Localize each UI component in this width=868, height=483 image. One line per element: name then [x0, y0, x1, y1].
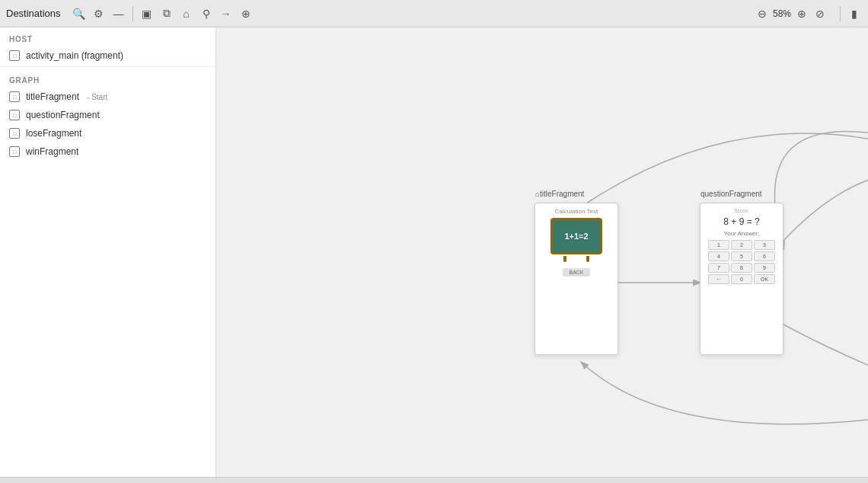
sidebar-divider [0, 66, 215, 67]
key-ok[interactable]: OK [754, 274, 775, 284]
key-5[interactable]: 5 [731, 251, 752, 261]
leg-left [563, 256, 566, 262]
graph-section-label: GRAPH [0, 69, 215, 88]
sidebar-item-winFragment[interactable]: □ winFragment [0, 142, 215, 161]
stop-icon[interactable]: ⊘ [812, 6, 828, 21]
fit-icon[interactable]: ⊕ [238, 6, 254, 21]
key-3[interactable]: 3 [754, 240, 775, 250]
question-fragment-node[interactable]: questionFragment Score: 8 + 9 = ? Your A… [700, 203, 783, 355]
toolbar-divider-2 [840, 6, 841, 21]
main-area: HOST □ activity_main (fragment) GRAPH □ … [0, 27, 868, 477]
equation-text: 8 + 9 = ? [705, 216, 778, 227]
key-7[interactable]: 7 [708, 263, 729, 273]
sidebar: HOST □ activity_main (fragment) GRAPH □ … [0, 27, 216, 477]
sidebar-item-loseFragment[interactable]: □ loseFragment [0, 124, 215, 142]
home-node-icon: ⌂ [535, 190, 540, 198]
minimize-icon[interactable]: — [111, 6, 126, 21]
question-fragment-icon: □ [9, 110, 20, 120]
question-node-label: questionFragment [700, 190, 762, 198]
sidebar-item-host[interactable]: □ activity_main (fragment) [0, 46, 215, 65]
question-fragment-label: questionFragment [26, 110, 100, 120]
sidebar-item-titleFragment[interactable]: □ titleFragment - Start [0, 88, 215, 106]
answer-label: Your Answer: [705, 230, 778, 237]
zoom-level: 58% [773, 8, 791, 19]
lose-fragment-label: loseFragment [26, 128, 81, 139]
title-node-label: ⌂titleFragment [535, 190, 584, 198]
toolbar-divider-1 [132, 6, 133, 21]
title-node-content: Calculation Test 1+1=2 BACK [535, 203, 617, 281]
calc-title-text: Calculation Test [555, 208, 598, 215]
score-text: Score: [705, 208, 778, 213]
title-fragment-icon: □ [9, 91, 20, 102]
new-dest-icon[interactable]: ▣ [139, 6, 155, 21]
key-8[interactable]: 8 [731, 263, 752, 273]
win-fragment-label: winFragment [26, 146, 78, 157]
key-6[interactable]: 6 [754, 251, 775, 261]
canvas[interactable]: ⌂titleFragment Calculation Test 1+1=2 BA… [216, 27, 868, 477]
settings-icon[interactable]: ⚙ [91, 6, 107, 21]
overflow-icon[interactable]: ▮ [847, 6, 862, 21]
host-item-label: activity_main (fragment) [26, 50, 123, 61]
forward-icon[interactable]: → [219, 6, 234, 21]
keypad: 1 2 3 4 5 6 7 8 9 ← 0 OK [708, 240, 775, 284]
zoom-in-icon[interactable]: ⊕ [794, 6, 809, 21]
key-0[interactable]: 0 [731, 274, 752, 284]
title-fragment-badge: - Start [87, 93, 107, 101]
chalkboard-legs [554, 256, 599, 262]
key-9[interactable]: 9 [754, 263, 775, 273]
link-icon[interactable]: ⚲ [199, 6, 214, 21]
chalkboard-text: 1+1=2 [564, 232, 588, 241]
zoom-controls: ⊖ 58% ⊕ ⊘ [755, 6, 828, 21]
win-fragment-icon: □ [9, 146, 20, 157]
title-fragment-label: titleFragment [26, 91, 79, 102]
title-back-button[interactable]: BACK [563, 268, 589, 277]
key-2[interactable]: 2 [731, 240, 752, 250]
lose-fragment-icon: □ [9, 128, 20, 139]
chalkboard: 1+1=2 [550, 218, 602, 254]
zoom-out-icon[interactable]: ⊖ [755, 6, 770, 21]
question-node-content: Score: 8 + 9 = ? Your Answer: 1 2 3 4 5 … [700, 203, 783, 289]
host-section-label: HOST [0, 27, 215, 46]
home-icon[interactable]: ⌂ [179, 6, 194, 21]
app-title: Destinations [6, 8, 61, 19]
key-4[interactable]: 4 [708, 251, 729, 261]
copy-icon[interactable]: ⧉ [159, 6, 174, 21]
host-icon: □ [9, 50, 20, 61]
search-icon[interactable]: 🔍 [72, 6, 87, 21]
key-back[interactable]: ← [708, 274, 729, 284]
toolbar: Destinations 🔍 ⚙ — ▣ ⧉ ⌂ ⚲ → ⊕ ⊖ 58% ⊕ ⊘… [0, 0, 868, 27]
scrollbar[interactable] [0, 477, 868, 483]
sidebar-item-questionFragment[interactable]: □ questionFragment [0, 106, 215, 124]
title-fragment-node[interactable]: ⌂titleFragment Calculation Test 1+1=2 BA… [535, 203, 618, 355]
key-1[interactable]: 1 [708, 240, 729, 250]
leg-right [586, 256, 589, 262]
